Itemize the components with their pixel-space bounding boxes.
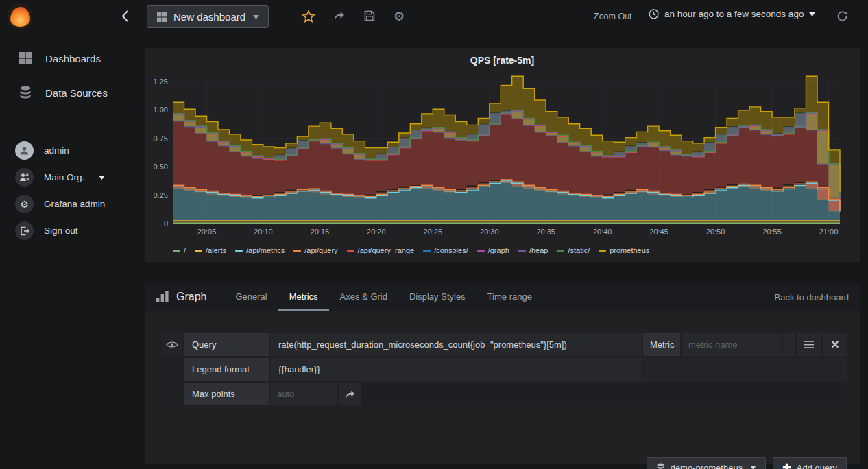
caret-down-icon [99,176,105,180]
svg-text:0: 0 [164,219,168,228]
tab-general[interactable]: General [224,283,278,311]
sign-out-icon [15,221,34,240]
tab-time-range[interactable]: Time range [477,283,543,311]
datasource-label: demo-prometheus [671,463,743,469]
tab-axes-grid[interactable]: Axes & Grid [329,283,398,311]
legend-item[interactable]: /api/query_range [347,246,415,254]
hamburger-menu-icon [804,341,814,348]
org-label: Main Org. [44,172,84,182]
star-icon[interactable] [302,10,315,23]
sidebar-item-main-org[interactable]: Main Org. [0,164,145,191]
eye-icon [166,341,178,348]
tab-display-styles[interactable]: Display Styles [398,283,477,311]
sidebar-item-sign-out[interactable]: Sign out [0,217,145,244]
sidebar-item-admin-profile[interactable]: admin [0,137,145,164]
database-icon [18,85,33,100]
query-row: Query Metric ✕ [162,333,847,356]
remove-query-button[interactable]: ✕ [823,333,847,356]
grid-icon [156,12,167,23]
legend-item[interactable]: /static/ [557,246,590,254]
svg-text:20:20: 20:20 [367,228,386,236]
legend-item[interactable]: / [173,246,186,254]
close-icon: ✕ [830,338,839,351]
dashboard-picker-button[interactable]: New dashboard [147,5,269,28]
panel-title[interactable]: QPS [rate-5m] [145,48,860,73]
grafana-logo[interactable] [7,3,33,29]
query-input[interactable] [278,339,642,350]
chart-legend: //alerts/api/metrics/api/query/api/query… [145,240,860,261]
time-range-label: an hour ago to a few seconds ago [664,9,804,19]
qps-chart[interactable]: 00.250.500.751.001.2520:0520:1020:1520:2… [145,73,860,240]
metric-label: Metric [643,333,680,356]
svg-text:20:40: 20:40 [593,228,612,236]
query-menu-button[interactable] [797,333,821,356]
sidebar: Dashboards Data Sources admin Main Org. … [0,33,145,469]
sidebar-item-dashboards[interactable]: Dashboards [0,41,145,75]
legend-row-spacer [643,358,847,381]
users-icon [15,168,34,187]
chevron-left-icon[interactable] [121,10,130,23]
svg-text:0.75: 0.75 [154,134,168,143]
svg-text:20:35: 20:35 [536,228,555,236]
caret-down-icon [809,12,815,16]
max-points-input[interactable] [277,389,337,399]
user-avatar-icon [15,141,34,160]
save-icon[interactable] [364,10,375,21]
legend-item[interactable]: prometheus [599,246,649,254]
legend-item[interactable]: /graph [477,246,509,254]
legend-format-input[interactable] [278,364,642,374]
share-icon [345,389,355,399]
svg-text:20:55: 20:55 [762,228,782,236]
query-row-spacer [783,333,795,356]
caret-down-icon [750,466,756,469]
back-to-dashboard-link[interactable]: Back to dashboard [775,292,849,302]
sidebar-item-label: Dashboards [45,53,101,64]
legend-item[interactable]: /api/metrics [235,246,285,254]
zoom-out-button[interactable]: Zoom Out [594,12,632,21]
refresh-icon[interactable] [836,10,848,22]
caret-down-icon [253,15,259,19]
svg-text:1.00: 1.00 [154,106,168,114]
legend-item[interactable]: /heap [518,246,548,254]
editor-tab-bar: Graph General Metrics Axes & Grid Displa… [145,283,860,311]
tab-metrics[interactable]: Metrics [278,283,329,311]
profile-label: admin [44,145,69,156]
sidebar-item-data-sources[interactable]: Data Sources [0,75,145,110]
max-points-input-cell [270,383,337,405]
share-query-button[interactable] [339,383,361,405]
svg-text:20:45: 20:45 [649,228,668,236]
svg-text:20:05: 20:05 [197,228,217,236]
toggle-query-visibility-button[interactable] [162,333,182,356]
metrics-editor: Query Metric ✕ Legend format [145,333,860,469]
graph-panel: QPS [rate-5m] 00.250.500.751.001.2520:05… [145,48,860,262]
query-label: Query [184,333,269,356]
legend-item[interactable]: /api/query [293,246,337,254]
add-query-label: Add query [797,463,837,469]
max-points-row-spacer [362,383,847,405]
sign-out-label: Sign out [44,226,78,236]
svg-text:20:15: 20:15 [311,228,330,236]
grafana-admin-label: Grafana admin [44,199,105,209]
share-icon[interactable] [333,10,345,21]
svg-text:20:10: 20:10 [254,228,273,236]
add-query-button[interactable]: ✚ Add query [773,457,847,469]
dashboard-title: New dashboard [173,11,245,23]
svg-text:20:50: 20:50 [706,228,725,236]
svg-text:20:25: 20:25 [424,228,443,236]
metric-name-input[interactable] [688,339,782,350]
database-icon [656,463,665,469]
legend-item[interactable]: /alerts [195,246,226,254]
datasource-picker-button[interactable]: demo-prometheus [647,457,767,469]
gear-icon[interactable]: ⚙ [394,9,405,24]
query-input-cell [270,333,642,356]
sidebar-item-label: Data Sources [45,87,108,99]
sidebar-item-grafana-admin[interactable]: ⚙ Grafana admin [0,191,145,217]
plus-icon: ✚ [782,461,791,469]
gear-icon: ⚙ [15,195,34,213]
panel-editor: Graph General Metrics Axes & Grid Displa… [145,283,860,464]
time-range-picker[interactable]: an hour ago to a few seconds ago [649,9,815,19]
query-editor-table: Query Metric ✕ Legend format [162,333,847,405]
svg-text:0.25: 0.25 [154,191,168,200]
legend-item[interactable]: /consoles/ [423,246,468,254]
legend-format-input-cell [270,358,642,381]
